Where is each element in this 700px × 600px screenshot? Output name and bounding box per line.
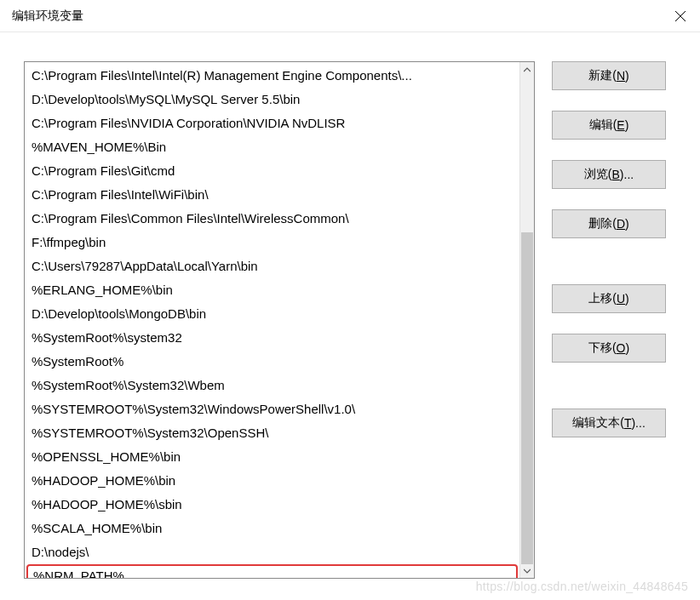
- btn-suffix: )...: [631, 416, 645, 430]
- new-button[interactable]: 新建(N): [552, 61, 666, 90]
- window-title: 编辑环境变量: [12, 9, 83, 24]
- list-item[interactable]: C:\Program Files\Git\cmd: [25, 159, 519, 183]
- btn-label: 浏览(: [584, 167, 612, 182]
- list-item[interactable]: %ERLANG_HOME%\bin: [25, 278, 519, 302]
- btn-label: 删除(: [588, 216, 617, 231]
- btn-suffix: )...: [620, 168, 634, 181]
- scrollbar[interactable]: [519, 62, 534, 578]
- list-item[interactable]: F:\ffmpeg\bin: [25, 231, 519, 254]
- list-item[interactable]: C:\Program Files\Common Files\Intel\Wire…: [25, 207, 519, 231]
- list-item[interactable]: %SystemRoot%\system32: [25, 326, 519, 350]
- chevron-down-icon: [524, 569, 531, 574]
- btn-label: 新建(: [588, 68, 617, 83]
- chevron-up-icon: [524, 67, 531, 72]
- list-item[interactable]: %NRM_PATH%: [26, 564, 518, 578]
- list-item[interactable]: C:\Program Files\Intel\WiFi\bin\: [25, 183, 519, 207]
- list-item[interactable]: C:\Program Files\NVIDIA Corporation\NVID…: [25, 111, 519, 135]
- btn-key: E: [617, 118, 624, 132]
- btn-label: 编辑(: [589, 117, 617, 133]
- list-item[interactable]: D:\Develop\tools\MySQL\MySQL Server 5.5\…: [25, 88, 519, 111]
- close-button[interactable]: [661, 0, 700, 32]
- scroll-thumb[interactable]: [521, 232, 533, 564]
- path-listbox[interactable]: C:\Program Files\Intel\Intel(R) Manageme…: [25, 62, 519, 578]
- btn-label: 下移(: [588, 340, 617, 356]
- list-item[interactable]: %HADOOP_HOME%\bin: [25, 469, 519, 493]
- edit-button[interactable]: 编辑(E): [552, 111, 666, 140]
- titlebar: 编辑环境变量: [0, 0, 700, 32]
- list-item[interactable]: C:\Users\79287\AppData\Local\Yarn\bin: [25, 254, 519, 278]
- btn-label: 编辑文本(: [572, 415, 624, 431]
- btn-suffix: ): [625, 69, 629, 83]
- btn-key: O: [617, 341, 626, 355]
- btn-key: U: [617, 292, 625, 306]
- move-down-button[interactable]: 下移(O): [552, 334, 666, 363]
- list-item[interactable]: %HADOOP_HOME%\sbin: [25, 493, 519, 517]
- list-item[interactable]: %MAVEN_HOME%\Bin: [25, 135, 519, 159]
- browse-button[interactable]: 浏览(B)...: [552, 160, 666, 189]
- list-item[interactable]: %SYSTEMROOT%\System32\WindowsPowerShell\…: [25, 397, 519, 421]
- list-item[interactable]: %OPENSSL_HOME%\bin: [25, 445, 519, 469]
- move-up-button[interactable]: 上移(U): [552, 284, 666, 313]
- btn-suffix: ): [625, 118, 629, 132]
- btn-suffix: ): [625, 217, 629, 231]
- path-list-container: C:\Program Files\Intel\Intel(R) Manageme…: [24, 61, 535, 579]
- btn-key: N: [617, 69, 625, 83]
- list-item[interactable]: %SCALA_HOME%\bin: [25, 517, 519, 540]
- content-area: C:\Program Files\Intel\Intel(R) Manageme…: [0, 32, 700, 600]
- side-button-panel: 新建(N) 编辑(E) 浏览(B)... 删除(D) 上移(U) 下移(O) 编…: [552, 61, 666, 583]
- list-item[interactable]: C:\Program Files\Intel\Intel(R) Manageme…: [25, 64, 519, 88]
- list-item[interactable]: %SystemRoot%: [25, 350, 519, 374]
- btn-key: T: [624, 416, 632, 430]
- scroll-up-arrow[interactable]: [520, 62, 534, 77]
- list-item[interactable]: D:\Develop\tools\MongoDB\bin: [25, 302, 519, 326]
- delete-button[interactable]: 删除(D): [552, 209, 666, 238]
- btn-key: D: [617, 217, 625, 231]
- btn-key: B: [611, 168, 619, 181]
- list-item[interactable]: D:\nodejs\: [25, 540, 519, 564]
- edit-text-button[interactable]: 编辑文本(T)...: [552, 409, 666, 437]
- list-item[interactable]: %SystemRoot%\System32\Wbem: [25, 374, 519, 397]
- scroll-down-arrow[interactable]: [520, 563, 534, 578]
- btn-label: 上移(: [588, 291, 617, 306]
- close-icon: [674, 10, 686, 22]
- list-item[interactable]: %SYSTEMROOT%\System32\OpenSSH\: [25, 421, 519, 445]
- btn-suffix: ): [625, 292, 629, 306]
- btn-suffix: ): [625, 341, 629, 355]
